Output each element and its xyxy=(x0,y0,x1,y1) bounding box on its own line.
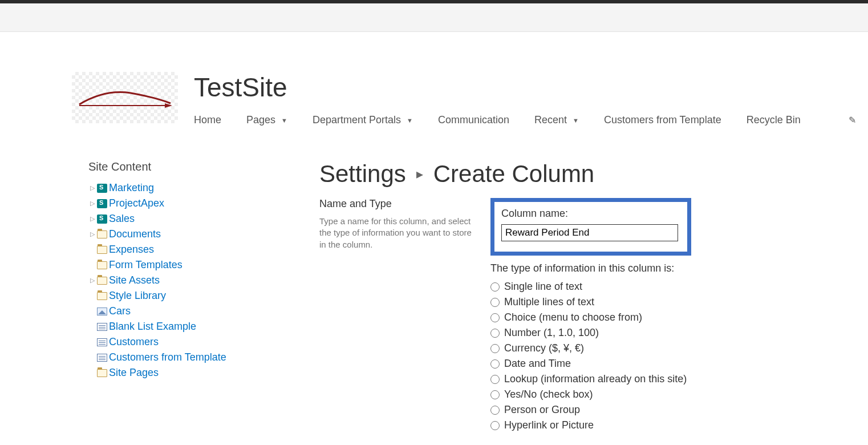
list-icon xyxy=(96,322,108,332)
radio-lookup[interactable] xyxy=(490,375,500,384)
chevron-down-icon: ▼ xyxy=(573,117,579,124)
tree-item-customers-template[interactable]: Customers from Template xyxy=(88,350,319,365)
tree-label: ProjectApex xyxy=(109,197,164,209)
type-option-number[interactable]: Number (1, 1.0, 100) xyxy=(490,325,845,341)
nav-department-portals[interactable]: Department Portals ▼ xyxy=(313,114,413,126)
type-option-currency[interactable]: Currency ($, ¥, €) xyxy=(490,341,845,356)
ribbon-area xyxy=(0,3,868,32)
nav-label: Recent xyxy=(534,114,567,126)
radio-single-line[interactable] xyxy=(490,282,500,292)
tree-label: Expenses xyxy=(109,244,154,256)
site-content-tree: ▷ Marketing ▷ ProjectApex ▷ Sales ▷ Docu… xyxy=(88,180,319,381)
sharepoint-site-icon xyxy=(96,214,108,224)
tree-item-site-assets[interactable]: ▷ Site Assets xyxy=(88,273,319,288)
chevron-down-icon: ▼ xyxy=(407,117,413,124)
left-sidebar: Site Content ▷ Marketing ▷ ProjectApex ▷… xyxy=(0,160,319,433)
tree-item-marketing[interactable]: ▷ Marketing xyxy=(88,180,319,196)
radio-multi-line[interactable] xyxy=(490,298,500,307)
tree-item-customers[interactable]: Customers xyxy=(88,334,319,350)
tree-label: Customers from Template xyxy=(109,351,226,363)
option-label: Date and Time xyxy=(504,358,571,370)
top-navigation: Home Pages ▼ Department Portals ▼ Commun… xyxy=(194,114,856,126)
column-type-options: Single line of text Multiple lines of te… xyxy=(490,279,845,433)
option-label: Multiple lines of text xyxy=(504,296,594,308)
nav-recent[interactable]: Recent ▼ xyxy=(534,114,579,126)
tree-item-blank-list[interactable]: Blank List Example xyxy=(88,319,319,334)
tree-label: Site Assets xyxy=(109,274,160,286)
tree-item-form-templates[interactable]: Form Templates xyxy=(88,257,319,273)
option-label: Yes/No (check box) xyxy=(504,389,593,400)
column-name-input[interactable] xyxy=(501,224,678,241)
radio-hyperlink[interactable] xyxy=(490,421,500,430)
radio-person[interactable] xyxy=(490,406,500,415)
edit-links-icon[interactable]: ✎ xyxy=(849,115,856,126)
radio-number[interactable] xyxy=(490,329,500,338)
type-option-date-time[interactable]: Date and Time xyxy=(490,356,845,371)
tree-item-expenses[interactable]: Expenses xyxy=(88,242,319,257)
radio-yes-no[interactable] xyxy=(490,390,500,399)
breadcrumb-separator-icon: ▸ xyxy=(416,166,423,182)
tree-item-documents[interactable]: ▷ Documents xyxy=(88,226,319,242)
sidebar-heading: Site Content xyxy=(88,160,319,173)
column-name-label: Column name: xyxy=(501,208,680,220)
nav-label: Communication xyxy=(438,114,509,126)
tree-item-cars[interactable]: Cars xyxy=(88,304,319,319)
nav-label: Department Portals xyxy=(313,114,401,126)
nav-label: Customers from Template xyxy=(604,114,721,126)
folder-icon xyxy=(96,229,108,240)
breadcrumb-current: Create Column xyxy=(433,160,594,188)
expand-icon[interactable]: ▷ xyxy=(88,230,96,238)
type-option-lookup[interactable]: Lookup (information already on this site… xyxy=(490,371,845,387)
option-label: Choice (menu to choose from) xyxy=(504,312,642,323)
chevron-down-icon: ▼ xyxy=(281,117,287,124)
site-header: TestSite Home Pages ▼ Department Portals… xyxy=(0,32,868,126)
tree-label: Documents xyxy=(109,228,161,240)
option-label: Currency ($, ¥, €) xyxy=(504,342,584,354)
option-label: Number (1, 1.0, 100) xyxy=(504,327,599,339)
expand-icon[interactable]: ▷ xyxy=(88,215,96,222)
main-content: Settings ▸ Create Column Name and Type T… xyxy=(319,160,868,433)
site-title[interactable]: TestSite xyxy=(194,72,856,103)
type-option-person[interactable]: Person or Group xyxy=(490,402,845,418)
nav-communication[interactable]: Communication xyxy=(438,114,509,126)
radio-currency[interactable] xyxy=(490,344,500,353)
car-logo-icon xyxy=(76,86,173,109)
tree-label: Cars xyxy=(109,305,131,317)
option-label: Lookup (information already on this site… xyxy=(504,373,687,385)
tree-label: Style Library xyxy=(109,290,166,302)
type-option-yes-no[interactable]: Yes/No (check box) xyxy=(490,387,845,402)
folder-icon xyxy=(96,245,108,255)
nav-pages[interactable]: Pages ▼ xyxy=(246,114,287,126)
folder-icon xyxy=(96,368,108,378)
nav-label: Home xyxy=(194,114,221,126)
column-type-heading: The type of information in this column i… xyxy=(490,262,845,274)
tree-item-sales[interactable]: ▷ Sales xyxy=(88,211,319,226)
breadcrumb-parent[interactable]: Settings xyxy=(319,160,406,188)
type-option-hyperlink[interactable]: Hyperlink or Picture xyxy=(490,418,845,433)
nav-label: Recycle Bin xyxy=(747,114,801,126)
radio-date-time[interactable] xyxy=(490,359,500,369)
expand-icon[interactable]: ▷ xyxy=(88,184,96,192)
expand-icon[interactable]: ▷ xyxy=(88,277,96,284)
option-label: Person or Group xyxy=(504,404,580,416)
nav-recycle-bin[interactable]: Recycle Bin xyxy=(747,114,801,126)
tree-label: Site Pages xyxy=(109,367,159,379)
type-option-multi-line[interactable]: Multiple lines of text xyxy=(490,294,845,310)
nav-customers-from-template[interactable]: Customers from Template xyxy=(604,114,721,126)
folder-icon xyxy=(96,276,108,286)
nav-label: Pages xyxy=(246,114,275,126)
name-and-type-section: Name and Type Type a name for this colum… xyxy=(319,198,845,433)
type-option-single-line[interactable]: Single line of text xyxy=(490,279,845,294)
sharepoint-site-icon xyxy=(96,199,108,209)
option-label: Hyperlink or Picture xyxy=(504,419,594,431)
tree-item-style-library[interactable]: Style Library xyxy=(88,288,319,304)
nav-home[interactable]: Home xyxy=(194,114,221,126)
list-icon xyxy=(96,353,108,363)
option-label: Single line of text xyxy=(504,281,582,293)
expand-icon[interactable]: ▷ xyxy=(88,200,96,207)
type-option-choice[interactable]: Choice (menu to choose from) xyxy=(490,310,845,325)
radio-choice[interactable] xyxy=(490,313,500,322)
tree-item-site-pages[interactable]: Site Pages xyxy=(88,365,319,381)
site-logo[interactable] xyxy=(72,72,178,123)
tree-item-projectapex[interactable]: ▷ ProjectApex xyxy=(88,196,319,211)
